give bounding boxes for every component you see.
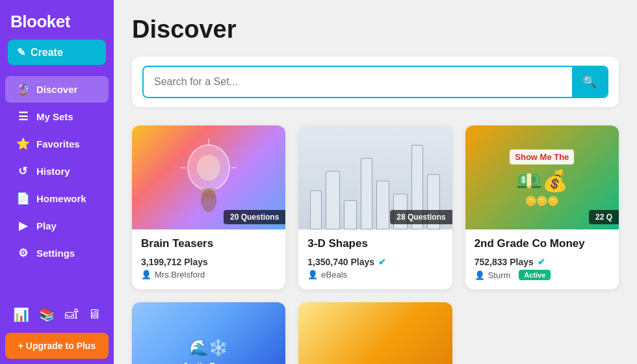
search-button[interactable]: 🔍 (572, 67, 607, 97)
card-brain-teasers[interactable]: 20 Questions Brain Teasers 3,199,712 Pla… (132, 125, 285, 289)
search-icon: 🔍 (582, 75, 597, 89)
list-icon: ☰ (16, 110, 30, 124)
sidebar-icons-row: 📊 📚 🛋 🖥 (5, 299, 109, 330)
shape-bar-3 (344, 200, 357, 229)
active-badge: Active (519, 270, 551, 280)
page-title: Discover (132, 16, 619, 44)
sidebar: Blooket ✎ Create 🔮 Discover ☰ My Sets ⭐ … (0, 0, 114, 364)
sidebar-item-label: Discover (36, 84, 77, 95)
sidebar-item-discover[interactable]: 🔮 Discover (5, 76, 109, 103)
card-author-shapes: 👤 eBeals (307, 270, 443, 280)
book-icon[interactable]: 📚 (36, 304, 58, 325)
homework-icon: 📄 (16, 192, 30, 205)
couch-icon[interactable]: 🛋 (62, 304, 81, 325)
sidebar-item-label: Favorites (36, 138, 80, 150)
card-3d-shapes[interactable]: 28 Questions 3-D Shapes 1,350,740 Plays … (298, 125, 452, 289)
arctic-content: 🌊❄️ Arctic Ocean (176, 332, 241, 365)
card-body-money: 2nd Grade Co Money 752,833 Plays ✔ 👤 Stu… (465, 229, 619, 289)
sidebar-item-my-sets[interactable]: ☰ My Sets (5, 103, 109, 130)
arctic-emoji: 🌊❄️ (183, 339, 235, 357)
card-image-shapes: 28 Questions (298, 125, 452, 229)
verified-check-shapes: ✔ (378, 257, 386, 267)
sidebar-item-label: History (36, 166, 70, 177)
arctic-label: Arctic Ocean (183, 361, 235, 365)
chart-icon[interactable]: 📊 (10, 304, 32, 325)
search-row: 🔍 (142, 66, 608, 98)
monitor-icon[interactable]: 🖥 (85, 304, 103, 325)
money-image-content: Show Me The 💵💰 🪙🪙🪙 (510, 150, 574, 206)
card-body-shapes: 3-D Shapes 1,350,740 Plays ✔ 👤 eBeals (298, 229, 452, 289)
card-image-brain: 20 Questions (132, 125, 285, 229)
create-icon: ✎ (17, 46, 25, 58)
shape-bar-5 (376, 181, 389, 229)
card-image-other (298, 302, 452, 364)
card-title-colored: Show Me The (510, 150, 574, 164)
sidebar-item-homework[interactable]: 📄 Homework (5, 185, 109, 212)
settings-icon: ⚙ (16, 246, 30, 260)
card-title-brain: Brain Teasers (141, 237, 276, 250)
sidebar-item-favorites[interactable]: ⭐ Favorites (5, 131, 109, 157)
money-emoji: 💵💰 (510, 168, 574, 193)
star-icon: ⭐ (16, 137, 30, 151)
card-author-brain: 👤 Mrs.Brelsford (141, 270, 276, 280)
sidebar-item-settings[interactable]: ⚙ Settings (5, 240, 109, 266)
card-badge-money: 22 Q (589, 210, 619, 224)
verified-check-money: ✔ (538, 257, 545, 267)
upgrade-button[interactable]: + Upgrade to Plus (5, 333, 109, 359)
sidebar-nav: 🔮 Discover ☰ My Sets ⭐ Favorites ↺ Histo… (0, 75, 114, 267)
card-plays-shapes: 1,350,740 Plays ✔ (307, 257, 443, 267)
card-money[interactable]: Show Me The 💵💰 🪙🪙🪙 22 Q 2nd Grade Co Mon… (465, 125, 619, 289)
svg-point-7 (201, 188, 216, 212)
sidebar-item-history[interactable]: ↺ History (5, 158, 109, 185)
card-author-money: 👤 Sturm Active (474, 270, 610, 280)
card-plays-money: 752,833 Plays ✔ (474, 257, 610, 267)
sidebar-item-label: Play (36, 220, 57, 231)
sidebar-bottom: 📊 📚 🛋 🖥 + Upgrade to Plus (0, 292, 114, 364)
card-image-arctic: 🌊❄️ Arctic Ocean (132, 302, 285, 364)
shape-bar-1 (310, 190, 322, 229)
card-title-money: 2nd Grade Co Money (474, 237, 610, 250)
sidebar-item-label: My Sets (36, 111, 73, 122)
main-content: Discover 🔍 (114, 0, 637, 364)
app-logo: Blooket (0, 0, 114, 40)
discover-icon: 🔮 (16, 83, 30, 96)
create-button[interactable]: ✎ Create (8, 40, 106, 65)
card-image-money: Show Me The 💵💰 🪙🪙🪙 22 Q (465, 125, 619, 229)
coin-emoji: 🪙🪙🪙 (510, 196, 574, 206)
card-badge-brain: 20 Questions (224, 210, 285, 224)
card-body-brain: Brain Teasers 3,199,712 Plays 👤 Mrs.Brel… (132, 229, 285, 289)
sidebar-item-label: Homework (36, 193, 86, 204)
card-other[interactable] (298, 302, 452, 364)
play-icon: ▶ (16, 219, 30, 233)
history-icon: ↺ (16, 164, 30, 178)
card-title-shapes: 3-D Shapes (307, 237, 443, 250)
lightbulb-illustration (179, 135, 238, 220)
card-badge-shapes: 28 Questions (390, 210, 452, 224)
sidebar-item-label: Settings (36, 248, 75, 259)
svg-point-3 (197, 155, 220, 181)
card-arctic[interactable]: 🌊❄️ Arctic Ocean Arctic Ocean (132, 302, 285, 364)
sidebar-item-play[interactable]: ▶ Play (5, 213, 109, 239)
cards-grid: 20 Questions Brain Teasers 3,199,712 Pla… (132, 125, 619, 364)
search-input[interactable] (144, 68, 572, 96)
shape-bar-4 (361, 158, 372, 229)
shape-bar-2 (326, 171, 340, 229)
card-plays-brain: 3,199,712 Plays (141, 257, 276, 267)
search-container: 🔍 (132, 57, 619, 107)
